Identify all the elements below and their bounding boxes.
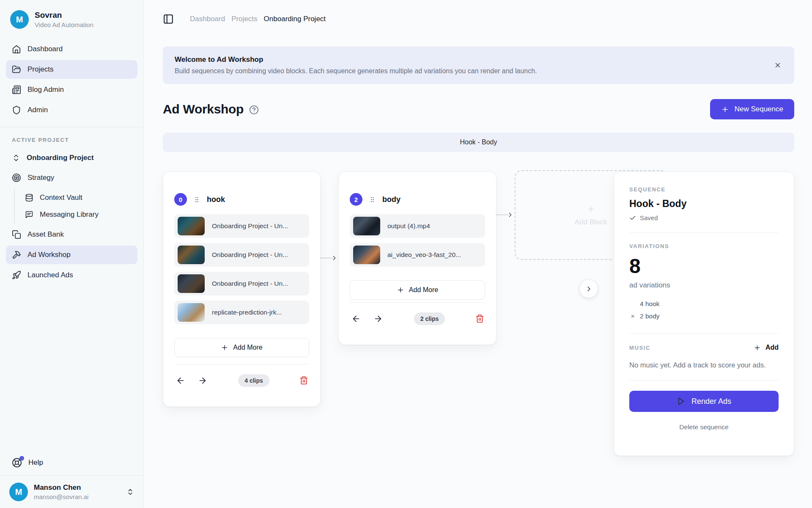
project-nav: Onboarding Project Strategy Context Vaul…	[0, 147, 143, 286]
variations-caption: ad variations	[629, 281, 779, 290]
clip-row[interactable]: Onboarding Project - Un...	[174, 214, 309, 238]
shield-icon	[12, 105, 21, 115]
tab-hook-body[interactable]: Hook - Body	[447, 134, 510, 150]
add-music-button[interactable]: Add	[754, 344, 779, 351]
clip-thumbnail	[178, 303, 205, 322]
welcome-banner: Welcome to Ad Workshop Build sequences b…	[163, 47, 794, 84]
home-icon	[12, 44, 21, 54]
copy-icon	[12, 230, 21, 239]
block-connector	[320, 254, 338, 262]
divider	[629, 380, 779, 381]
rocket-icon	[12, 271, 21, 280]
block-card-hook: 0 hook Onboarding Project - Un... Onboar…	[163, 171, 321, 407]
block-card-body: 2 body output (4).mp4 ai_video_veo-3-fas…	[338, 171, 497, 345]
clip-thumbnail	[178, 217, 205, 235]
brand-logo: M	[10, 10, 29, 29]
clip-count-wrap: 4 clips	[209, 374, 299, 387]
sidebar-item-context-vault[interactable]: Context Vault	[15, 190, 137, 206]
breakdown-operator	[629, 298, 636, 310]
help-circle-icon[interactable]	[249, 105, 259, 115]
page-title-text: Ad Workshop	[163, 102, 244, 116]
arrow-left-icon[interactable]	[350, 312, 362, 325]
new-sequence-label: New Sequence	[735, 105, 783, 113]
clip-row[interactable]: Onboarding Project - Un...	[174, 272, 309, 295]
sidebar: M Sovran Video Ad Automation Dashboard P…	[0, 0, 144, 508]
add-more-button[interactable]: Add More	[350, 280, 485, 300]
close-icon[interactable]	[772, 60, 783, 71]
drag-handle-icon[interactable]	[193, 196, 200, 203]
scroll-right-button[interactable]	[579, 279, 598, 298]
clip-row[interactable]: output (4).mp4	[350, 214, 485, 238]
sidebar-item-messaging-library[interactable]: Messaging Library	[15, 207, 137, 223]
sidebar-spacer	[0, 286, 143, 452]
clip-count-badge: 4 clips	[238, 374, 269, 387]
music-empty-state: No music yet. Add a track to score your …	[629, 361, 779, 369]
clip-row[interactable]: ai_video_veo-3-fast_20...	[350, 243, 485, 267]
divider	[629, 333, 779, 334]
arrow-right-icon[interactable]	[196, 374, 209, 387]
brand[interactable]: M Sovran Video Ad Automation	[0, 0, 143, 38]
arrow-left-icon[interactable]	[174, 374, 187, 387]
sidebar-item-blog-admin[interactable]: Blog Admin	[6, 80, 137, 99]
sidebar-item-ad-workshop[interactable]: Ad Workshop	[6, 246, 137, 264]
active-project-section-label: ACTIVE PROJECT	[0, 129, 143, 147]
project-name-label: Onboarding Project	[27, 154, 94, 162]
clip-label: ai_video_veo-3-fast_20...	[387, 251, 461, 259]
folder-open-icon	[12, 65, 21, 74]
sidebar-item-dashboard[interactable]: Dashboard	[6, 40, 137, 58]
sidebar-item-label: Dashboard	[27, 45, 63, 53]
sidebar-item-admin[interactable]: Admin	[6, 101, 137, 119]
plus-icon	[397, 286, 404, 294]
sidebar-item-label: Projects	[27, 65, 53, 74]
sidebar-item-strategy[interactable]: Strategy	[6, 168, 137, 187]
clip-label: replicate-prediction-jrk...	[212, 309, 282, 316]
chevron-right-icon	[331, 254, 338, 262]
delete-sequence-button[interactable]: Delete sequence	[629, 423, 779, 431]
drag-handle-icon[interactable]	[369, 196, 376, 203]
breadcrumb-current: Onboarding Project	[264, 15, 326, 23]
trash-icon[interactable]	[299, 375, 309, 386]
breakdown-row: 4 hook	[629, 298, 779, 310]
chevron-right-icon	[585, 285, 593, 293]
help-button[interactable]: Help	[0, 452, 143, 475]
clip-count-wrap: 2 clips	[384, 312, 475, 325]
saved-status: Saved	[629, 214, 779, 221]
render-ads-button[interactable]: Render Ads	[629, 391, 779, 412]
block-header: 2 body	[350, 193, 485, 206]
database-icon	[25, 193, 33, 202]
help-notification-dot	[19, 456, 24, 461]
sidebar-item-asset-bank[interactable]: Asset Bank	[6, 225, 137, 244]
new-sequence-button[interactable]: New Sequence	[710, 99, 794, 119]
sidebar-item-label: Admin	[27, 106, 48, 114]
project-selector[interactable]: Onboarding Project	[6, 149, 137, 167]
sidebar-item-label: Strategy	[27, 174, 54, 182]
block-name: body	[382, 195, 401, 204]
clip-row[interactable]: replicate-prediction-jrk...	[174, 301, 309, 324]
life-buoy-icon	[12, 458, 22, 468]
clip-row[interactable]: Onboarding Project - Un...	[174, 243, 309, 267]
sidebar-item-label: Ad Workshop	[27, 251, 71, 259]
sidebar-item-projects[interactable]: Projects	[6, 60, 137, 79]
sidebar-toggle-icon[interactable]	[163, 14, 174, 25]
sequence-section-label: SEQUENCE	[629, 186, 779, 193]
sidebar-item-label: Blog Admin	[27, 86, 64, 94]
breadcrumb-dashboard[interactable]: Dashboard	[190, 15, 225, 23]
chevron-right-icon	[507, 211, 514, 218]
block-name: hook	[207, 195, 225, 204]
block-footer: 2 clips	[350, 302, 485, 328]
target-icon	[12, 173, 21, 182]
sidebar-item-launched-ads[interactable]: Launched Ads	[6, 266, 137, 284]
plus-icon: +	[588, 204, 594, 214]
clip-label: output (4).mp4	[387, 222, 430, 230]
breakdown-value: 4 hook	[640, 298, 660, 310]
add-more-button[interactable]: Add More	[174, 338, 309, 357]
sidebar-item-label: Context Vault	[40, 193, 82, 202]
trash-icon[interactable]	[475, 313, 485, 324]
sequence-canvas: 0 hook Onboarding Project - Un... Onboar…	[163, 171, 794, 456]
variations-section-label: VARIATIONS	[629, 243, 779, 249]
clip-thumbnail	[178, 274, 205, 293]
arrow-right-icon[interactable]	[372, 312, 384, 325]
brand-name: Sovran	[35, 11, 93, 20]
user-menu[interactable]: M Manson Chen manson@sovran.ai	[0, 475, 143, 508]
breadcrumb-projects[interactable]: Projects	[231, 15, 257, 23]
